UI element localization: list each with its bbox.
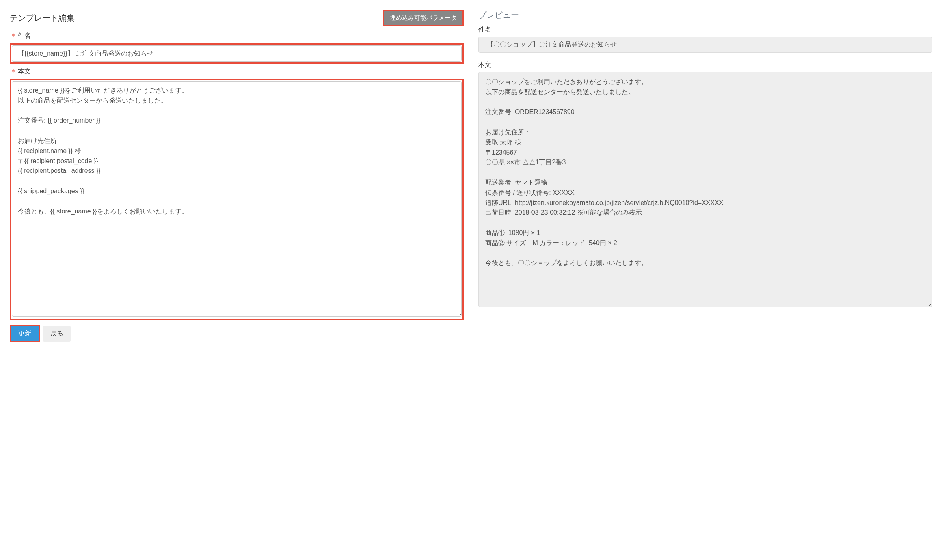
main-container: テンプレート編集 埋め込み可能パラメータ ＊件名 ＊本文 更新 戻る プレビュー… xyxy=(10,10,932,342)
preview-body-label: 本文 xyxy=(478,61,932,69)
preview-column: プレビュー 件名 本文 xyxy=(478,10,932,342)
required-mark-icon: ＊ xyxy=(10,32,17,40)
subject-label-text: 件名 xyxy=(18,32,31,39)
preview-title: プレビュー xyxy=(478,10,932,21)
subject-input-highlight xyxy=(10,43,464,64)
preview-body-field xyxy=(478,72,932,307)
preview-subject-field xyxy=(478,37,932,53)
update-button-highlight: 更新 xyxy=(10,325,40,342)
preview-subject-label: 件名 xyxy=(478,26,932,34)
embeddable-params-button[interactable]: 埋め込み可能パラメータ xyxy=(384,11,462,25)
body-label-text: 本文 xyxy=(18,68,31,75)
subject-input[interactable] xyxy=(12,45,462,62)
body-label: ＊本文 xyxy=(10,67,464,77)
required-mark-icon: ＊ xyxy=(10,68,17,76)
back-button[interactable]: 戻る xyxy=(43,326,71,342)
bottom-button-row: 更新 戻る xyxy=(10,325,464,342)
editor-header: テンプレート編集 埋め込み可能パラメータ xyxy=(10,10,464,26)
body-textarea-highlight xyxy=(10,79,464,320)
editor-title: テンプレート編集 xyxy=(10,13,75,24)
update-button[interactable]: 更新 xyxy=(11,326,39,341)
editor-column: テンプレート編集 埋め込み可能パラメータ ＊件名 ＊本文 更新 戻る xyxy=(10,10,464,342)
param-button-highlight: 埋め込み可能パラメータ xyxy=(383,10,464,26)
body-textarea[interactable] xyxy=(12,81,462,317)
subject-label: ＊件名 xyxy=(10,31,464,41)
